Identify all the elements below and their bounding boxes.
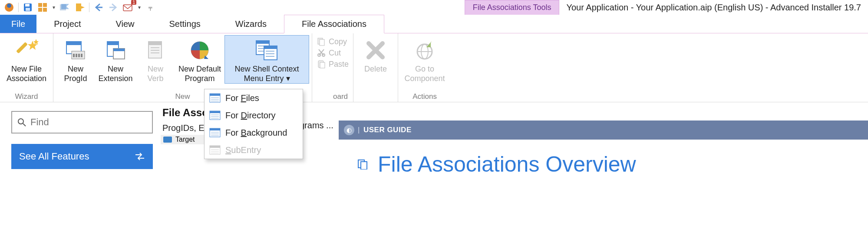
cut-icon [317,48,326,58]
back-icon[interactable] [92,1,105,14]
new-extension-button[interactable]: NewExtension [96,35,135,84]
btn-label: Verb [147,74,163,83]
btn-label: Association [7,74,46,83]
go-to-component-button[interactable]: Go toComponent [401,35,449,84]
new-default-program-button[interactable]: New DefaultProgram [176,35,224,84]
menu-list-icon [209,93,221,103]
svg-rect-8 [43,8,47,12]
progid-icon [66,37,86,63]
svg-rect-24 [81,54,83,57]
svg-rect-7 [38,8,42,12]
qat-customize[interactable]: ╤ [147,4,154,10]
svg-marker-11 [81,6,85,9]
svg-rect-10 [76,3,81,11]
svg-rect-6 [43,3,47,7]
btn-label: New File [11,65,42,73]
new-progid-button[interactable]: NewProgId [56,35,95,84]
menu-list-icon [209,145,221,155]
monitor-icon [163,137,172,143]
see-all-features-button[interactable]: See All Features [11,144,153,169]
svg-rect-80 [361,162,367,169]
menu-wizards[interactable]: Wizards [218,15,284,33]
find-input-wrapper[interactable] [11,111,153,134]
menu-settings[interactable]: Settings [152,15,218,33]
btn-label: Delete [364,64,387,74]
new-file-association-button[interactable]: New FileAssociation [3,35,50,84]
btn-label: New Default [178,65,221,73]
run-icon[interactable] [59,1,72,14]
tree-item-target[interactable]: Target [161,135,204,144]
globe-arrow-icon [414,37,435,63]
build-icon[interactable] [36,1,49,14]
svg-rect-4 [26,8,30,11]
btn-label: New [68,65,83,73]
svg-point-1 [7,3,11,8]
copy-button[interactable]: Copy [317,37,349,46]
svg-rect-63 [210,111,220,113]
menu-view[interactable]: View [98,15,152,33]
cut-button[interactable]: Cut [317,48,349,58]
svg-point-77 [18,119,23,124]
btn-label: Component [405,74,445,83]
forward-icon[interactable] [107,1,120,14]
mail-icon[interactable]: 1 [122,1,135,14]
contextual-tab-title: File Associations Tools [465,0,560,15]
svg-rect-21 [73,54,75,57]
find-input[interactable] [30,117,150,128]
popup-for-directory[interactable]: For Directory [205,107,303,124]
popup-for-files[interactable]: For Files [205,89,303,107]
popup-for-background[interactable]: For Background [205,124,303,141]
menu-file-associations[interactable]: File Associations [284,15,384,33]
default-program-icon [189,37,210,63]
svg-rect-47 [320,39,324,46]
delete-icon [366,37,385,63]
new-verb-button[interactable]: NewVerb [136,35,175,84]
save-icon[interactable] [21,1,34,14]
page-title: File Associations Overview [378,152,636,177]
group-label-wizard: Wizard [3,91,50,101]
svg-rect-68 [210,128,220,130]
svg-rect-73 [210,146,220,148]
separator [18,3,19,12]
svg-rect-30 [149,42,162,45]
btn-label: New [108,65,123,73]
verb-icon [147,37,164,63]
tree-item-label: Target [175,136,195,143]
svg-rect-42 [264,46,277,49]
svg-rect-28 [113,49,125,51]
btn-label: New Shell Context [234,65,299,73]
shell-context-dropdown: For Files For Directory For Background S… [204,89,303,159]
delete-button[interactable]: Delete [356,35,395,74]
group-spacer [356,91,395,101]
transfer-icon [135,152,145,161]
popup-subentry[interactable]: SubEntry [205,141,303,159]
svg-rect-5 [38,3,42,7]
svg-rect-17 [16,42,28,54]
menu-file[interactable]: File [0,15,36,33]
btn-label: New [148,65,163,73]
svg-rect-58 [210,94,220,96]
user-guide-bar[interactable]: ◐ | USER GUIDE [339,120,868,140]
paste-button[interactable]: Paste [317,59,349,69]
app-icon[interactable] [3,1,16,14]
menu-project[interactable]: Project [36,15,98,33]
ribbon: New FileAssociation Wizard NewProgId New… [0,33,868,102]
btn-label: Extension [98,74,132,83]
search-icon [17,118,26,127]
panel-subtitle-right: grams ... [300,120,333,130]
svg-rect-14 [123,5,132,11]
menu-list-icon [209,127,221,138]
svg-rect-22 [76,54,77,57]
mail-dropdown[interactable]: ▾ [136,4,142,10]
btn-label: Paste [329,60,349,69]
copy-link-icon[interactable] [357,159,368,170]
guide-label: USER GUIDE [363,126,412,134]
copy-icon [317,37,326,46]
btn-label: Copy [329,37,347,46]
svg-rect-19 [66,42,81,45]
svg-marker-16 [33,39,39,45]
separator: | [358,126,360,134]
new-shell-context-menu-button[interactable]: New Shell ContextMenu Entry ▾ [224,35,309,84]
options-icon[interactable] [73,1,86,14]
build-dropdown[interactable]: ▾ [51,4,57,10]
